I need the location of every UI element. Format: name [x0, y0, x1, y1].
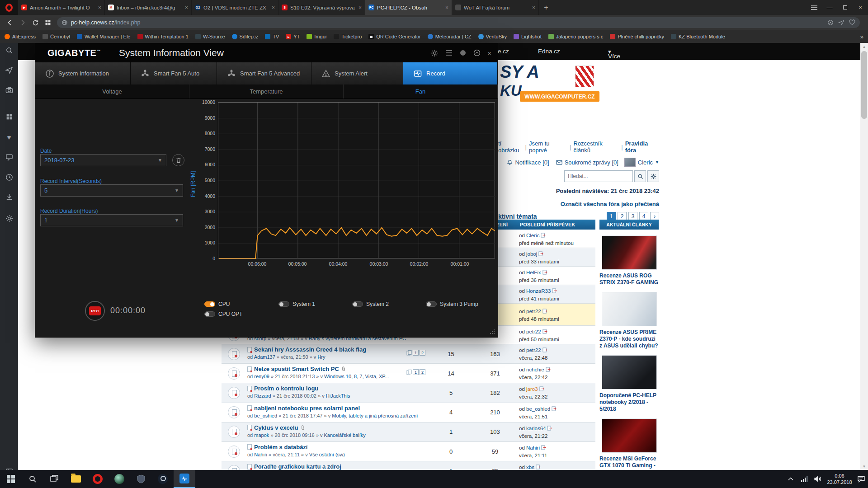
tab-wot-forum[interactable]: WoT AI Fajká fórum× — [452, 0, 539, 15]
network-link-edna[interactable]: Edna.cz — [538, 48, 560, 55]
last-post-user[interactable]: joboj — [526, 251, 537, 257]
goto-last-post-icon[interactable] — [542, 347, 547, 354]
send-to-flow-icon[interactable] — [838, 19, 844, 26]
downloads-icon[interactable] — [5, 192, 13, 201]
bookmark-tv[interactable]: TV — [265, 34, 279, 39]
article-title[interactable]: Doporučené PC-HELP notebooky 2/2018 - 5/… — [599, 392, 659, 413]
taskbar-shield-app-icon[interactable] — [130, 470, 152, 488]
system3-pump-toggle[interactable] — [426, 301, 437, 307]
last-post-user[interactable]: Nahiri — [526, 445, 540, 450]
tab-close-icon[interactable]: × — [359, 5, 362, 11]
scroll-up-arrow[interactable]: ▲ — [860, 43, 868, 50]
goto-last-post-icon[interactable] — [552, 406, 557, 413]
tray-clock[interactable]: 0:0623.07.2018 — [825, 473, 854, 486]
goto-last-post-icon[interactable] — [547, 425, 552, 432]
page-scrollbar[interactable]: ▲ ▼ — [860, 43, 868, 470]
topic-title-link[interactable]: Prosím o kontrolu logu — [254, 385, 318, 392]
tray-network-icon[interactable] — [797, 470, 811, 488]
tab-close-icon[interactable]: × — [98, 5, 101, 11]
tab-o2-modem[interactable]: O2O2 | VDSL modem ZTE ZX× — [192, 0, 278, 15]
topic-author-link[interactable]: be_oshied — [254, 413, 277, 418]
topic-title-link[interactable]: Poraďte grafickou kartu a zdroj — [254, 463, 341, 470]
last-post-user[interactable]: HelFix — [526, 270, 541, 275]
taskbar-opera-icon[interactable] — [87, 470, 108, 488]
snapshot-camera-icon[interactable] — [5, 86, 13, 94]
network-link-more[interactable]: Více ▾ — [608, 48, 611, 55]
close-circle-icon[interactable] — [827, 19, 834, 26]
subtab-temperature[interactable]: Temperature — [189, 84, 344, 99]
last-post-user[interactable]: jaro3 — [526, 386, 538, 392]
siv-menu-list-icon[interactable] — [445, 50, 453, 56]
username-menu[interactable]: Cleric — [638, 159, 653, 166]
window-maximize-button[interactable] — [837, 0, 853, 15]
messenger-icon[interactable] — [5, 153, 13, 161]
tab-inbox[interactable]: MInbox – r0m4n.kuc3r4@g× — [105, 0, 192, 15]
bookmark-kz-bluetooth[interactable]: KZ Bluetooth Module — [671, 34, 725, 39]
notifications-link[interactable]: Notifikace [0] — [515, 159, 549, 166]
article-item[interactable]: Doporučené PC-HELP notebooky 2/2018 - 5/… — [599, 355, 659, 413]
cpu-opt-toggle[interactable] — [204, 311, 215, 317]
search-submit-button[interactable] — [634, 170, 646, 182]
network-link[interactable]: le.cz — [496, 48, 509, 55]
topic-title-link[interactable]: nabijeni notebooku pres solarni panel — [254, 405, 360, 412]
mark-forums-read-link[interactable]: Označit všechna fóra jako přečtená — [561, 201, 659, 207]
topic-forum-link[interactable]: Windows 10, 8, 7, Vista, XP... — [324, 374, 389, 379]
topic-title-link[interactable]: Nelze spustit Smart Switch PC — [254, 366, 339, 372]
bookmarks-overflow-chevron[interactable]: » — [860, 33, 863, 40]
topic-forum-link[interactable]: Mobily, tablety a jiná přenosná zařízení — [332, 413, 418, 418]
last-post-user[interactable]: petr22 — [526, 329, 541, 334]
topic-forum-link[interactable]: Kancelářské balíky — [324, 432, 365, 438]
goto-last-post-icon[interactable] — [542, 308, 547, 315]
bookmark-cernobyl[interactable]: Černobyl — [42, 34, 70, 39]
tray-show-hidden-chevron[interactable] — [784, 470, 797, 488]
bookmark-jalapeno[interactable]: Jalapeno poppers s c — [548, 34, 604, 39]
bookmark-meteoradar[interactable]: Meteoradar | CZ — [428, 34, 472, 39]
cpu-toggle[interactable] — [204, 301, 215, 307]
last-post-user[interactable]: petr22 — [526, 309, 541, 314]
topic-forum-link[interactable]: HiJackThis — [326, 393, 350, 399]
link-forum-rules[interactable]: Pravidla fóra — [625, 140, 659, 154]
search-icon[interactable] — [5, 46, 13, 54]
speed-dial-grid-icon[interactable] — [5, 113, 13, 121]
bookmark-wallet-manager[interactable]: Wallet Manager | Ele — [77, 34, 131, 39]
goto-last-post-icon[interactable] — [539, 386, 544, 393]
siv-dot-icon[interactable] — [459, 49, 467, 56]
goto-last-post-icon[interactable] — [538, 251, 543, 258]
topic-forum-link[interactable]: Hry — [317, 354, 325, 360]
goto-last-post-icon[interactable] — [546, 366, 551, 374]
tab-record[interactable]: Record — [403, 62, 498, 84]
bookmark-imgur[interactable]: Imgur — [307, 34, 327, 39]
bookmark-sdilej[interactable]: Sdílej.cz — [232, 34, 259, 39]
topic-title-link[interactable]: Sekaní hry Asssassin Creed 4 black flag — [254, 346, 366, 353]
topic-title-link[interactable]: Problém s databází — [254, 444, 307, 450]
rec-button[interactable]: REC — [85, 301, 105, 321]
system2-toggle[interactable] — [352, 301, 363, 307]
gigacomputer-ad-button[interactable]: WWW.GIGACOMPUTER.CZ — [520, 91, 599, 102]
goto-last-post-icon[interactable] — [552, 288, 557, 295]
scrollbar-thumb[interactable] — [861, 51, 867, 119]
record-interval-dropdown[interactable]: 5▼ — [40, 184, 183, 197]
taskbar-search-icon[interactable] — [22, 470, 43, 488]
tray-volume-icon[interactable] — [811, 470, 825, 488]
article-item[interactable]: Recenze ASUS PRIME Z370-P - kde soudruzi… — [599, 292, 659, 349]
last-post-user[interactable]: Cleric — [526, 233, 539, 238]
tab-close-icon[interactable]: × — [532, 5, 535, 11]
last-post-user[interactable]: be_oshied — [526, 406, 550, 412]
topic-forum-link[interactable]: Vše ostatní (sw) — [309, 452, 345, 457]
bookmark-qr-generator[interactable]: QR Code Generator — [368, 34, 420, 39]
private-messages-link[interactable]: Soukromé zprávy [0] — [565, 159, 618, 166]
subtab-fan[interactable]: Fan — [344, 84, 498, 99]
goto-last-post-icon[interactable] — [541, 232, 546, 239]
link-first-time[interactable]: Jsem tu poprvé — [529, 140, 567, 154]
reload-button[interactable] — [29, 16, 42, 29]
topic-author-link[interactable]: mapok — [254, 432, 269, 438]
bookmark-chilli[interactable]: Plněné chilli papričky — [610, 34, 664, 39]
bookmark-within-temptation[interactable]: Within Temptation 1 — [137, 34, 189, 39]
bookmark-ventusky[interactable]: VentuSky — [478, 34, 507, 39]
article-title[interactable]: Recenze ASUS PRIME Z370-P - kde soudruzi… — [599, 329, 659, 349]
window-resize-grip[interactable] — [490, 329, 495, 334]
topic-author-link[interactable]: Rizzard — [254, 393, 271, 399]
bookmark-wsource[interactable]: W-Source — [195, 34, 225, 39]
tab-amon-amarth[interactable]: ▶Amon Amarth – Twilight O× — [18, 0, 105, 15]
file-explorer-icon[interactable] — [65, 470, 87, 488]
